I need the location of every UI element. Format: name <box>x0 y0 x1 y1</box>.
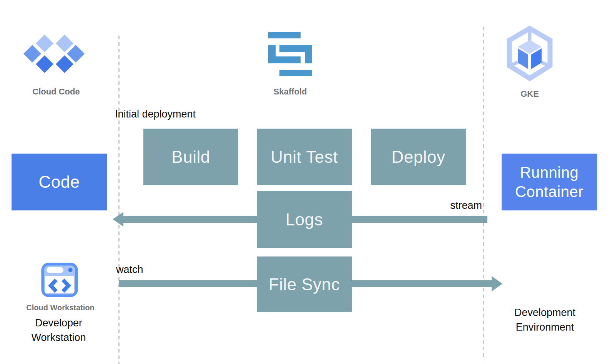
cloud-code-icon <box>23 33 88 76</box>
watch-label: watch <box>116 264 143 276</box>
gke-label: GKE <box>491 89 568 99</box>
build-box: Build <box>143 129 238 185</box>
skaffold-workflow-diagram: Cloud Code Skaffold GKE Initial deployme… <box>0 0 615 364</box>
skaffold-label: Skaffold <box>252 87 329 97</box>
skaffold-icon <box>267 31 313 76</box>
deploy-box: Deploy <box>371 129 466 185</box>
stream-label: stream <box>424 200 482 212</box>
code-box: Code <box>12 154 107 210</box>
gke-icon <box>504 24 555 82</box>
file-sync-box: File Sync <box>257 256 352 312</box>
developer-workstation-label: Developer Workstation <box>15 316 102 345</box>
unit-test-box: Unit Test <box>257 129 352 185</box>
logs-box: Logs <box>257 191 352 248</box>
development-environment-label: Development Environment <box>500 305 590 334</box>
running-container-box: Running Container <box>502 154 597 210</box>
cloud-workstation-icon <box>41 263 78 297</box>
cloud-workstation-label: Cloud Workstation <box>14 303 106 312</box>
initial-deployment-label: Initial deployment <box>115 108 196 120</box>
cloud-code-label: Cloud Code <box>18 87 95 97</box>
